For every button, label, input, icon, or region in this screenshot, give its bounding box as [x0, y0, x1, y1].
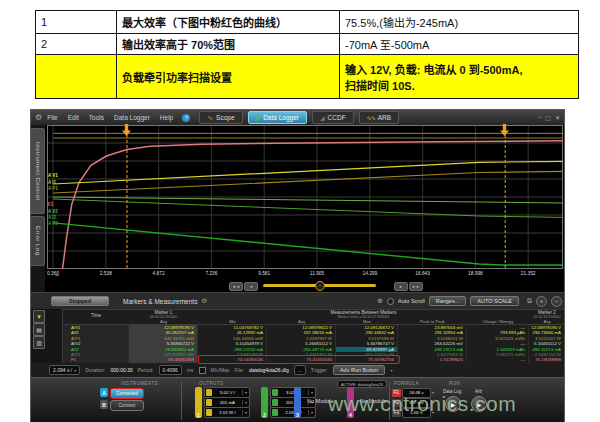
chevron-down-icon[interactable]: ▾ — [242, 400, 249, 405]
datalogger-chart[interactable] — [47, 125, 563, 269]
output-toggle[interactable] — [272, 389, 278, 396]
period-input[interactable]: 0.4096 — [159, 365, 182, 375]
x-tick-label: 7.236 — [205, 271, 217, 276]
m2-value: 75.19038898 — [529, 357, 565, 362]
logger-settings-row: 2.094 s / ▾ Duration: 000:00:30 Period: … — [31, 363, 564, 377]
menu-file[interactable]: File — [47, 114, 57, 121]
module-1-power[interactable]: 2.01 W / ▾ — [204, 407, 250, 418]
x-tick-label: 11.905 — [310, 271, 324, 276]
x-tick-label: 16.643 — [415, 271, 430, 276]
scrollbar-handle[interactable]: – — [315, 281, 325, 291]
sidebar-tab-error-log[interactable]: Error Log — [31, 216, 45, 266]
sidebar-tab-instrument-control[interactable]: Instrument Control — [31, 128, 45, 214]
output-toggle[interactable] — [206, 409, 212, 416]
menu-edit[interactable]: Edit — [68, 114, 79, 121]
output-toggle[interactable] — [272, 399, 278, 406]
menu-help[interactable]: Help — [160, 114, 173, 121]
timebase-value: 2.094 s / — [53, 367, 72, 373]
chevron-down-icon[interactable]: ▾ — [242, 390, 249, 395]
ptp-value: 1.51299620 — [398, 357, 467, 362]
gear-icon[interactable]: ⚙ — [35, 113, 42, 122]
collapse-icon[interactable]: ⊖ — [201, 297, 207, 305]
menu-tools[interactable]: Tools — [89, 114, 104, 121]
tab-data-logger[interactable]: ▶ Data Logger — [248, 111, 307, 124]
scroll-left-button[interactable]: ◄ — [244, 282, 258, 291]
col-min: Min — [198, 319, 267, 324]
auto-scale-button[interactable]: AUTO SCALE — [470, 296, 519, 306]
tab-ccdf[interactable]: ◢ CCDF — [312, 111, 354, 124]
voltage-value: 5.02 V / — [213, 390, 242, 395]
instrument-b-chip: B — [100, 400, 108, 409]
trigger-select[interactable]: Adv Run Button — [333, 365, 386, 375]
zoom-in-icon[interactable]: + — [536, 296, 547, 307]
minimize-button[interactable]: – — [538, 114, 541, 121]
close-button[interactable]: ✕ — [555, 114, 560, 121]
output-toggle[interactable] — [272, 409, 278, 416]
measurements-header: Time Marker 1 00:00:01.291400 Measuremen… — [63, 310, 565, 325]
scroll-right-button[interactable]: ► — [394, 282, 408, 291]
stopped-button[interactable]: Stopped — [51, 296, 109, 306]
module-2-power[interactable]: 2.05 W / ▾ — [270, 407, 316, 418]
row-desc: 输出效率高于 70%范围 — [117, 34, 340, 55]
markers-measurements-label: Markers & Measurements — [123, 298, 197, 305]
output-toggle[interactable] — [206, 389, 212, 396]
output-toggle[interactable] — [206, 399, 212, 406]
page: 1 最大效率（下图中粉红色的曲线） 75.5%,(输出为-245mA) 2 输出… — [0, 0, 600, 422]
timebase-select[interactable]: 2.094 s / ▾ — [49, 365, 80, 375]
chevron-down-icon[interactable]: ▾ — [242, 410, 249, 415]
table-view-icon[interactable]: ▤ — [33, 323, 45, 336]
chart-scrollbar: ◄◄ ◄ – ► ►► — [45, 281, 564, 291]
scroll-right-fast-button[interactable]: ►► — [409, 282, 423, 291]
scroll-left-fast-button[interactable]: ◄◄ — [229, 282, 243, 291]
trace-label-i2: A I2 — [48, 215, 56, 220]
row-desc: 负载牵引功率扫描设置 — [117, 55, 340, 99]
trace-label-p2: A P2 — [48, 221, 58, 226]
marker-1-arrow[interactable] — [122, 124, 131, 136]
globe-icon[interactable]: ⊕ — [377, 297, 383, 305]
tab-scope[interactable]: ∿ Scope — [199, 111, 242, 124]
current-value: 201 mA — [213, 400, 242, 405]
x-tick-label: 2.538 — [100, 271, 112, 276]
chevron-down-icon[interactable]: ▾ — [390, 368, 392, 373]
tab-arb[interactable]: ∿∿ ARB — [359, 111, 399, 124]
channel-label: F1 — [63, 357, 129, 362]
trace-label-v2: A V2 — [48, 209, 58, 214]
tab-label: CCDF — [328, 114, 346, 121]
row-value: 75.5%,(输出为-245mA) — [340, 11, 579, 34]
connected-button[interactable]: Connected — [110, 388, 144, 399]
module-number: 1 — [197, 412, 200, 418]
trace-label-i1: A I1 — [48, 180, 56, 185]
row-value: 输入 12V, 负载: 电流从 0 到-500mA, 扫描时间 10S. — [340, 55, 579, 99]
connect-button[interactable]: Connect — [110, 400, 144, 411]
instruments-label: INSTRUMENTS — [121, 381, 158, 386]
browse-button[interactable]: ... — [294, 365, 306, 375]
menu-data-logger[interactable]: Data Logger — [114, 114, 150, 121]
maximize-button[interactable]: ▢ — [545, 114, 551, 121]
help-icon[interactable]: ? — [182, 114, 190, 122]
row-number: 2 — [36, 34, 117, 55]
zoom-out-icon[interactable]: − — [551, 296, 562, 307]
ccdf-icon: ◢ — [320, 114, 325, 121]
chevron-down-icon[interactable]: ▾ — [308, 410, 315, 415]
filter-funnel-icon[interactable]: ▼ — [33, 310, 45, 323]
tab-label: Data Logger — [263, 114, 299, 121]
col-avg: Avg — [129, 319, 198, 324]
row-value-line2: 扫描时间 10S. — [345, 77, 573, 93]
charge-energy-value: — — [467, 357, 529, 362]
chevron-down-icon[interactable]: ▾ — [308, 390, 315, 395]
split-view-icon[interactable]: ▥ — [33, 336, 45, 349]
measurements-table: Time Marker 1 00:00:01.291400 Measuremen… — [62, 309, 565, 364]
trigger-marker-icon: ▲ — [54, 271, 60, 277]
x-tick-label: 9.581 — [258, 271, 270, 276]
formula-label: FORMULA — [394, 381, 419, 386]
marker-2-arrow[interactable] — [500, 124, 509, 136]
table-row-highlighted: 负载牵引功率扫描设置 输入 12V, 负载: 电流从 0 到-500mA, 扫描… — [36, 55, 579, 99]
ranges-button[interactable]: Ranges... — [429, 296, 467, 306]
col-max: Max — [336, 319, 398, 324]
table-row: 1 最大效率（下图中粉红色的曲线） 75.5%,(输出为-245mA) — [36, 11, 579, 34]
watermark: www.cntronics.com — [328, 392, 516, 416]
auto-scroll-radio[interactable] — [387, 298, 394, 305]
screenshot-icon[interactable]: ⧉ — [527, 297, 532, 305]
minmax-checkbox[interactable] — [199, 367, 206, 374]
chart-status-row: Stopped Markers & Measurements ⊖ ⊕ Auto … — [31, 292, 564, 310]
